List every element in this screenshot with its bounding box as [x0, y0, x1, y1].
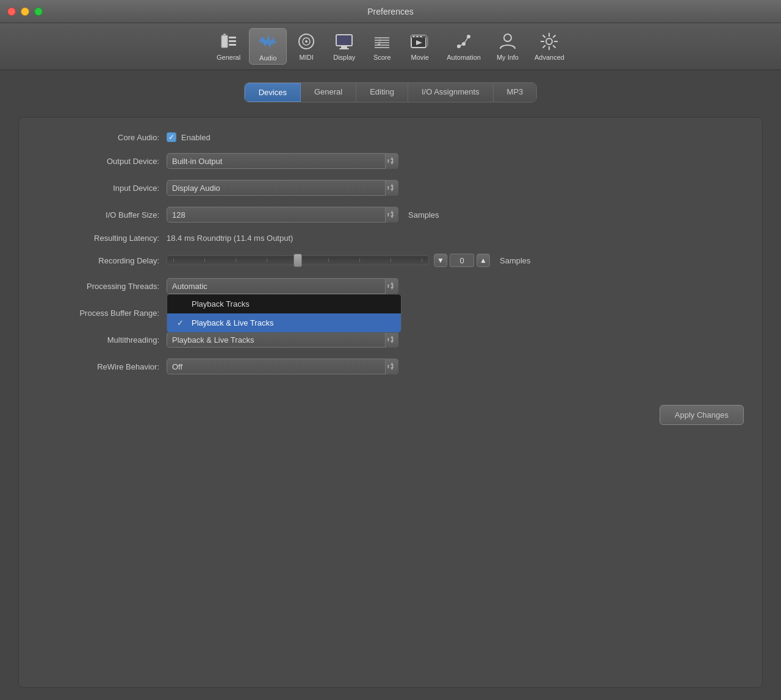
- movie-icon: [409, 30, 431, 52]
- arrow-down-icon-4: ▼: [390, 286, 395, 291]
- tab-devices[interactable]: Devices: [245, 83, 301, 102]
- toolbar-item-score[interactable]: ♩ Score: [364, 28, 400, 65]
- input-device-arrows: ▲ ▼: [385, 180, 398, 196]
- slider-thumb[interactable]: [293, 254, 302, 267]
- tabs-container: Devices General Editing I/O Assignments …: [18, 82, 763, 102]
- input-device-control: Display Audio ▲ ▼: [167, 180, 398, 196]
- latency-value: 18.4 ms Roundtrip (11.4 ms Output): [167, 234, 293, 243]
- toolbar-label-audio: Audio: [259, 54, 276, 62]
- rewire-row: ReWire Behavior: Off ▲ ▼: [37, 359, 744, 374]
- core-audio-checkbox-container: ✓ Enabled: [167, 132, 211, 142]
- arrow-down-icon: ▼: [390, 161, 395, 166]
- svg-rect-9: [341, 46, 347, 48]
- tick: [236, 259, 236, 262]
- recording-delay-slider[interactable]: [167, 255, 429, 265]
- svg-point-30: [546, 38, 552, 45]
- playback-live-tracks-label: Playback & Live Tracks: [192, 318, 273, 327]
- svg-point-7: [305, 40, 308, 43]
- latency-row: Resulting Latency: 18.4 ms Roundtrip (11…: [37, 234, 744, 243]
- svg-rect-20: [416, 36, 419, 37]
- svg-rect-8: [336, 35, 352, 46]
- buffer-size-select[interactable]: 128: [167, 207, 398, 223]
- toolbar-label-movie: Movie: [411, 54, 429, 61]
- svg-rect-10: [339, 48, 349, 49]
- svg-line-38: [543, 45, 545, 48]
- dropdown-item-playback-live-tracks[interactable]: ✓ Playback & Live Tracks: [167, 313, 401, 332]
- rewire-control: Off ▲ ▼: [167, 359, 398, 374]
- processing-threads-label: Processing Threads:: [37, 282, 159, 291]
- input-device-label: Input Device:: [37, 184, 159, 193]
- svg-line-28: [464, 37, 469, 44]
- toolbar-item-midi[interactable]: MIDI: [288, 28, 325, 65]
- tab-mp3[interactable]: MP3: [494, 83, 537, 102]
- toolbar-label-automation: Automation: [447, 54, 481, 61]
- output-device-label: Output Device:: [37, 157, 159, 166]
- rewire-label: ReWire Behavior:: [37, 362, 159, 371]
- stepper-value-input[interactable]: [450, 254, 474, 267]
- general-icon: [218, 30, 240, 52]
- window-title: Preferences: [367, 7, 413, 16]
- multithreading-label: Multithreading:: [37, 335, 159, 345]
- toolbar-label-advanced: Advanced: [534, 54, 564, 61]
- tick: [173, 259, 174, 262]
- stepper-down-button[interactable]: ▼: [434, 254, 447, 267]
- core-audio-checkbox[interactable]: ✓: [167, 132, 176, 142]
- multithreading-select[interactable]: Playback & Live Tracks: [167, 332, 398, 348]
- output-device-select[interactable]: Built-in Output: [167, 153, 398, 169]
- core-audio-control: ✓ Enabled: [167, 132, 211, 142]
- stepper-up-button[interactable]: ▲: [477, 254, 490, 267]
- input-device-select[interactable]: Display Audio: [167, 180, 398, 196]
- output-device-arrows: ▲ ▼: [385, 153, 398, 169]
- processing-threads-arrows: ▲ ▼: [385, 278, 398, 294]
- titlebar: Preferences: [0, 0, 781, 23]
- myinfo-icon: [497, 30, 519, 52]
- buffer-size-control: 128 ▲ ▼ Samples: [167, 207, 439, 223]
- toolbar-item-automation[interactable]: Automation: [439, 28, 488, 65]
- input-device-select-wrapper: Display Audio ▲ ▼: [167, 180, 398, 196]
- processing-threads-select[interactable]: Automatic: [167, 278, 398, 294]
- svg-rect-1: [223, 34, 226, 36]
- toolbar-item-display[interactable]: Display: [326, 28, 362, 65]
- toolbar-item-myinfo[interactable]: My Info: [489, 28, 526, 65]
- settings-panel: Core Audio: ✓ Enabled Output Device: Bui…: [18, 117, 763, 688]
- svg-rect-19: [412, 36, 415, 37]
- latency-label: Resulting Latency:: [37, 234, 159, 243]
- core-audio-enabled-label: Enabled: [181, 133, 211, 142]
- svg-rect-21: [420, 36, 422, 37]
- multithreading-control: Playback & Live Tracks ▲ ▼ Playback Trac…: [167, 332, 398, 348]
- toolbar-label-display: Display: [333, 54, 355, 61]
- minimize-button[interactable]: [21, 7, 29, 16]
- maximize-button[interactable]: [34, 7, 43, 16]
- latency-control: 18.4 ms Roundtrip (11.4 ms Output): [167, 234, 293, 243]
- toolbar-item-general[interactable]: General: [209, 28, 248, 65]
- svg-rect-2: [229, 37, 236, 38]
- svg-point-29: [504, 34, 511, 41]
- window-controls[interactable]: [7, 7, 43, 16]
- core-audio-row: Core Audio: ✓ Enabled: [37, 132, 744, 142]
- processing-threads-control: Automatic ▲ ▼: [167, 278, 398, 294]
- checkmark-empty: [177, 299, 187, 309]
- svg-rect-22: [426, 37, 428, 46]
- tick: [328, 259, 329, 262]
- tab-general[interactable]: General: [301, 83, 356, 102]
- tab-editing[interactable]: Editing: [356, 83, 408, 102]
- output-device-select-wrapper: Built-in Output ▲ ▼: [167, 153, 398, 169]
- multithreading-select-wrapper: Playback & Live Tracks ▲ ▼: [167, 332, 398, 348]
- rewire-select[interactable]: Off: [167, 359, 398, 374]
- toolbar-item-audio[interactable]: Audio: [249, 28, 287, 65]
- display-icon: [333, 30, 355, 52]
- tabs: Devices General Editing I/O Assignments …: [244, 82, 538, 102]
- dropdown-item-playback-tracks[interactable]: Playback Tracks: [167, 295, 401, 313]
- multithreading-arrows: ▲ ▼: [385, 332, 398, 348]
- apply-changes-button[interactable]: Apply Changes: [660, 405, 744, 425]
- advanced-icon: [538, 30, 560, 52]
- apply-btn-container: Apply Changes: [37, 393, 744, 425]
- tab-io[interactable]: I/O Assignments: [408, 83, 494, 102]
- buffer-unit: Samples: [408, 210, 439, 220]
- toolbar-item-movie[interactable]: Movie: [401, 28, 438, 65]
- recording-delay-label: Recording Delay:: [37, 256, 159, 265]
- svg-rect-3: [229, 40, 236, 42]
- close-button[interactable]: [7, 7, 16, 16]
- main-content: Devices General Editing I/O Assignments …: [0, 70, 781, 700]
- toolbar-item-advanced[interactable]: Advanced: [527, 28, 572, 65]
